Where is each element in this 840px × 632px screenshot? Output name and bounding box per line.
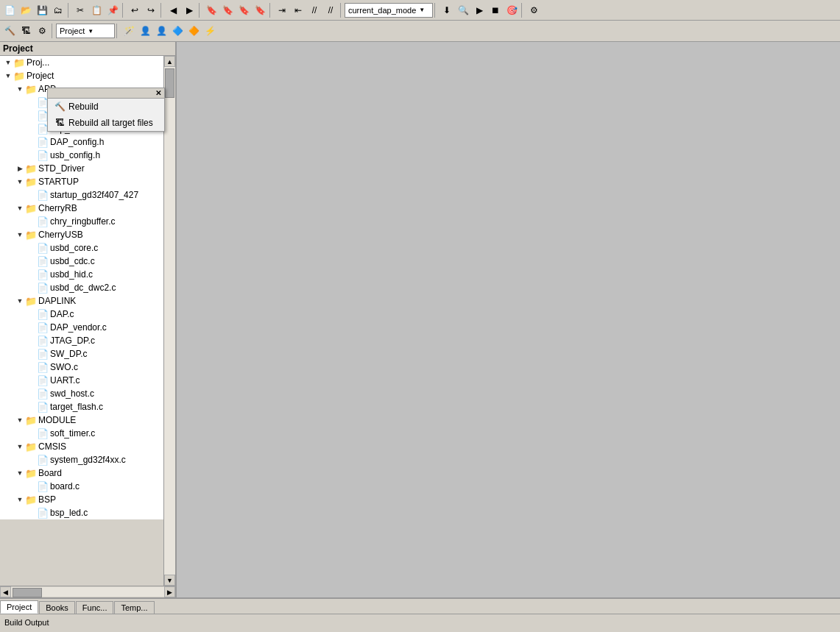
tree-item-chry_ring[interactable]: 📄 chry_ringbuffer.c bbox=[0, 215, 163, 228]
project-dropdown[interactable]: Project ▼ bbox=[56, 24, 115, 38]
copy-btn[interactable]: 📋 bbox=[88, 2, 105, 18]
expand-startup[interactable]: ▼ bbox=[15, 177, 25, 187]
flash-btn[interactable]: ⚡ bbox=[202, 23, 218, 39]
tree-item-usbd_core_c[interactable]: 📄 usbd_core.c bbox=[0, 241, 163, 255]
expert-btn[interactable]: 👤 bbox=[137, 23, 153, 39]
sep9 bbox=[52, 24, 54, 38]
scroll-up-arrow[interactable]: ▲ bbox=[164, 56, 175, 67]
open-btn[interactable]: 📂 bbox=[18, 2, 34, 18]
cut-btn[interactable]: ✂ bbox=[72, 2, 88, 18]
undo-btn[interactable]: ↩ bbox=[127, 2, 143, 18]
rebuild-btn[interactable]: 🏗 bbox=[18, 23, 34, 39]
tree-item-usbd_cdc_c[interactable]: 📄 usbd_cdc.c bbox=[0, 255, 163, 268]
tree-item-SW_DP_c[interactable]: 📄 SW_DP.c bbox=[0, 347, 163, 361]
settings-btn[interactable]: ⚙ bbox=[526, 2, 542, 18]
paste-btn[interactable]: 📌 bbox=[105, 2, 121, 18]
fwd-btn[interactable]: ▶ bbox=[181, 2, 197, 18]
expand-module[interactable]: ▼ bbox=[15, 415, 25, 425]
tree-item-cherryRB[interactable]: ▼ 📁 CherryRB bbox=[0, 202, 163, 215]
expand-app[interactable]: ▼ bbox=[15, 84, 25, 94]
comment-btn[interactable]: // bbox=[306, 2, 322, 18]
tree-item-board[interactable]: ▼ 📁 Board bbox=[0, 466, 163, 480]
tree-item-DAP_config_h[interactable]: 📄 DAP_config.h bbox=[0, 135, 163, 149]
debug-btn[interactable]: 🔍 bbox=[455, 2, 471, 18]
tree-item-board_c[interactable]: 📄 board.c bbox=[0, 480, 163, 493]
expand-cherryUSB[interactable]: ▼ bbox=[15, 230, 25, 240]
bookmark2-btn[interactable]: 🔖 bbox=[219, 2, 236, 18]
tree-item-swd_host_c[interactable]: 📄 swd_host.c bbox=[0, 387, 163, 400]
bottom-tab-func[interactable]: Func... bbox=[76, 601, 114, 614]
save-all-btn[interactable]: 🗂 bbox=[50, 2, 66, 18]
bottom-tab-project[interactable]: Project bbox=[0, 600, 38, 614]
back-btn[interactable]: ◀ bbox=[165, 2, 181, 18]
expand-daplink[interactable]: ▼ bbox=[15, 296, 25, 306]
build-btn[interactable]: 🔨 bbox=[1, 23, 18, 39]
tree-root[interactable]: ▼ 📁 Proj... bbox=[0, 56, 163, 69]
expand-cmsis[interactable]: ▼ bbox=[15, 441, 25, 452]
tree-item-SWO_c[interactable]: 📄 SWO.c bbox=[0, 361, 163, 374]
save-btn[interactable]: 💾 bbox=[34, 2, 50, 18]
context-menu-close-btn[interactable]: ✕ bbox=[155, 89, 161, 97]
dap-mode-dropdown[interactable]: current_dap_mode ▼ bbox=[345, 3, 433, 18]
new-file-btn[interactable]: 📄 bbox=[1, 2, 18, 18]
wand-btn[interactable]: 🪄 bbox=[121, 23, 137, 39]
tree-item-usbd_hid_c[interactable]: 📄 usbd_hid.c bbox=[0, 268, 163, 281]
tree-item-project[interactable]: ▼ 📁 Project bbox=[0, 69, 163, 82]
run-btn[interactable]: ▶ bbox=[471, 2, 487, 18]
tree-item-cherryUSB[interactable]: ▼ 📁 CherryUSB bbox=[0, 228, 163, 241]
uncomment-btn[interactable]: // bbox=[322, 2, 339, 18]
unindent-btn[interactable]: ⇤ bbox=[290, 2, 306, 18]
tree-item-module[interactable]: ▼ 📁 MODULE bbox=[0, 413, 163, 427]
scroll-track-h[interactable] bbox=[11, 587, 164, 597]
target-btn[interactable]: 🎯 bbox=[504, 2, 520, 18]
scroll-right-arrow[interactable]: ▶ bbox=[164, 586, 175, 597]
bookmark1-btn[interactable]: 🔖 bbox=[203, 2, 219, 18]
bottom-tab-books[interactable]: Books bbox=[39, 601, 75, 614]
expand-cherryRB[interactable]: ▼ bbox=[15, 203, 25, 213]
scroll-thumb-v[interactable] bbox=[165, 68, 174, 98]
tree-item-std_driver[interactable]: ▶ 📁 STD_Driver bbox=[0, 162, 163, 175]
redo-btn[interactable]: ↪ bbox=[143, 2, 159, 18]
rebuild-menu-item[interactable]: 🔨 Rebuild bbox=[48, 99, 164, 115]
tree-item-JTAG_DP_c[interactable]: 📄 JTAG_DP.c bbox=[0, 334, 163, 347]
tree-item-DAP_vendor_c[interactable]: 📄 DAP_vendor.c bbox=[0, 321, 163, 334]
gdb-btn[interactable]: 🔷 bbox=[169, 23, 186, 39]
editor-area[interactable] bbox=[177, 42, 840, 597]
indent-btn[interactable]: ⇥ bbox=[274, 2, 290, 18]
bottom-tab-temp[interactable]: Temp... bbox=[114, 601, 154, 614]
tree-item-target_flash_c[interactable]: 📄 target_flash.c bbox=[0, 400, 163, 413]
hex-btn[interactable]: 🔶 bbox=[186, 23, 202, 39]
expert2-btn[interactable]: 👤 bbox=[153, 23, 169, 39]
expand-bsp[interactable]: ▼ bbox=[15, 494, 25, 505]
tree-item-daplink[interactable]: ▼ 📁 DAPLINK bbox=[0, 294, 163, 308]
scroll-track-v[interactable] bbox=[164, 67, 175, 575]
scroll-down-arrow[interactable]: ▼ bbox=[164, 575, 175, 586]
scroll-thumb-h[interactable] bbox=[13, 588, 42, 597]
stop-btn[interactable]: ⏹ bbox=[487, 2, 504, 18]
tree-item-bsp_led_c[interactable]: 📄 bsp_led.c bbox=[0, 506, 163, 519]
tree-item-startup[interactable]: ▼ 📁 STARTUP bbox=[0, 175, 163, 188]
tree-item-system_gd[interactable]: 📄 system_gd32f4xx.c bbox=[0, 453, 163, 466]
load-btn[interactable]: ⬇ bbox=[439, 2, 455, 18]
expand-board[interactable]: ▼ bbox=[15, 468, 25, 478]
root-label: Proj... bbox=[27, 57, 49, 68]
tree-item-DAP_c[interactable]: 📄 DAP.c bbox=[0, 308, 163, 321]
rebuild-all-menu-item[interactable]: 🏗 Rebuild all target files bbox=[48, 115, 164, 131]
icon-UART_c: 📄 bbox=[37, 374, 49, 386]
expand-bsp_led_c bbox=[27, 508, 37, 518]
expand-chry_ring bbox=[27, 216, 37, 227]
tree-item-cmsis[interactable]: ▼ 📁 CMSIS bbox=[0, 440, 163, 453]
tree-item-startup_file[interactable]: 📄 startup_gd32f407_427 bbox=[0, 188, 163, 202]
tree-item-usbd_dc_dwc2_c[interactable]: 📄 usbd_dc_dwc2.c bbox=[0, 281, 163, 294]
target-config-btn[interactable]: ⚙ bbox=[34, 23, 50, 39]
bookmark3-btn[interactable]: 🔖 bbox=[236, 2, 252, 18]
expand-project[interactable]: ▼ bbox=[3, 71, 13, 81]
scroll-left-arrow[interactable]: ◀ bbox=[0, 586, 11, 597]
expand-std_driver[interactable]: ▶ bbox=[15, 163, 25, 174]
tree-item-soft_timer_c[interactable]: 📄 soft_timer.c bbox=[0, 427, 163, 440]
tree-item-UART_c[interactable]: 📄 UART.c bbox=[0, 374, 163, 387]
root-expand-icon[interactable]: ▼ bbox=[3, 57, 13, 68]
tree-item-usb_config_h[interactable]: 📄 usb_config.h bbox=[0, 149, 163, 162]
bookmark4-btn[interactable]: 🔖 bbox=[252, 2, 268, 18]
tree-item-bsp[interactable]: ▼ 📁 BSP bbox=[0, 493, 163, 506]
